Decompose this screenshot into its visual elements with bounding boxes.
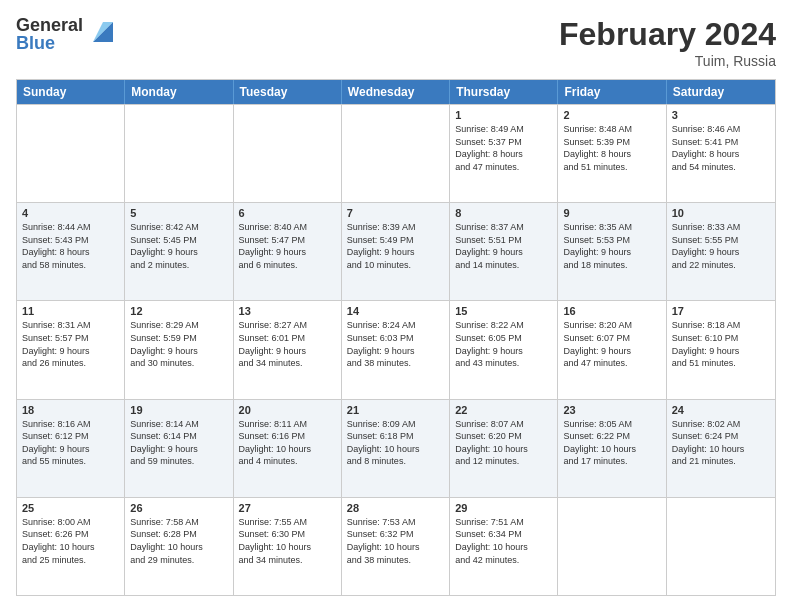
- day-cell: 17Sunrise: 8:18 AM Sunset: 6:10 PM Dayli…: [667, 301, 775, 398]
- day-info: Sunrise: 8:11 AM Sunset: 6:16 PM Dayligh…: [239, 418, 336, 468]
- day-cell: 11Sunrise: 8:31 AM Sunset: 5:57 PM Dayli…: [17, 301, 125, 398]
- day-info: Sunrise: 8:44 AM Sunset: 5:43 PM Dayligh…: [22, 221, 119, 271]
- empty-cell: [342, 105, 450, 202]
- day-number: 26: [130, 502, 227, 514]
- day-info: Sunrise: 8:18 AM Sunset: 6:10 PM Dayligh…: [672, 319, 770, 369]
- day-number: 21: [347, 404, 444, 416]
- day-number: 13: [239, 305, 336, 317]
- day-info: Sunrise: 8:05 AM Sunset: 6:22 PM Dayligh…: [563, 418, 660, 468]
- month-title: February 2024: [559, 16, 776, 53]
- day-info: Sunrise: 8:07 AM Sunset: 6:20 PM Dayligh…: [455, 418, 552, 468]
- day-cell: 6Sunrise: 8:40 AM Sunset: 5:47 PM Daylig…: [234, 203, 342, 300]
- day-info: Sunrise: 8:40 AM Sunset: 5:47 PM Dayligh…: [239, 221, 336, 271]
- calendar-row: 25Sunrise: 8:00 AM Sunset: 6:26 PM Dayli…: [17, 497, 775, 595]
- day-number: 10: [672, 207, 770, 219]
- day-info: Sunrise: 8:09 AM Sunset: 6:18 PM Dayligh…: [347, 418, 444, 468]
- day-info: Sunrise: 8:35 AM Sunset: 5:53 PM Dayligh…: [563, 221, 660, 271]
- logo-blue: Blue: [16, 34, 83, 52]
- day-cell: 14Sunrise: 8:24 AM Sunset: 6:03 PM Dayli…: [342, 301, 450, 398]
- day-number: 17: [672, 305, 770, 317]
- day-number: 5: [130, 207, 227, 219]
- empty-cell: [234, 105, 342, 202]
- day-cell: 19Sunrise: 8:14 AM Sunset: 6:14 PM Dayli…: [125, 400, 233, 497]
- day-cell: 4Sunrise: 8:44 AM Sunset: 5:43 PM Daylig…: [17, 203, 125, 300]
- day-cell: 8Sunrise: 8:37 AM Sunset: 5:51 PM Daylig…: [450, 203, 558, 300]
- day-info: Sunrise: 8:46 AM Sunset: 5:41 PM Dayligh…: [672, 123, 770, 173]
- day-cell: 18Sunrise: 8:16 AM Sunset: 6:12 PM Dayli…: [17, 400, 125, 497]
- empty-cell: [667, 498, 775, 595]
- day-info: Sunrise: 8:42 AM Sunset: 5:45 PM Dayligh…: [130, 221, 227, 271]
- day-number: 3: [672, 109, 770, 121]
- header-thursday: Thursday: [450, 80, 558, 104]
- day-number: 12: [130, 305, 227, 317]
- day-info: Sunrise: 8:24 AM Sunset: 6:03 PM Dayligh…: [347, 319, 444, 369]
- day-cell: 20Sunrise: 8:11 AM Sunset: 6:16 PM Dayli…: [234, 400, 342, 497]
- day-number: 29: [455, 502, 552, 514]
- empty-cell: [125, 105, 233, 202]
- day-cell: 15Sunrise: 8:22 AM Sunset: 6:05 PM Dayli…: [450, 301, 558, 398]
- day-cell: 28Sunrise: 7:53 AM Sunset: 6:32 PM Dayli…: [342, 498, 450, 595]
- day-info: Sunrise: 8:33 AM Sunset: 5:55 PM Dayligh…: [672, 221, 770, 271]
- day-cell: 29Sunrise: 7:51 AM Sunset: 6:34 PM Dayli…: [450, 498, 558, 595]
- page: General Blue February 2024 Tuim, Russia …: [0, 0, 792, 612]
- header-wednesday: Wednesday: [342, 80, 450, 104]
- header-tuesday: Tuesday: [234, 80, 342, 104]
- calendar-body: 1Sunrise: 8:49 AM Sunset: 5:37 PM Daylig…: [17, 104, 775, 595]
- day-cell: 7Sunrise: 8:39 AM Sunset: 5:49 PM Daylig…: [342, 203, 450, 300]
- day-cell: 16Sunrise: 8:20 AM Sunset: 6:07 PM Dayli…: [558, 301, 666, 398]
- title-area: February 2024 Tuim, Russia: [559, 16, 776, 69]
- day-cell: 24Sunrise: 8:02 AM Sunset: 6:24 PM Dayli…: [667, 400, 775, 497]
- day-cell: 27Sunrise: 7:55 AM Sunset: 6:30 PM Dayli…: [234, 498, 342, 595]
- day-number: 18: [22, 404, 119, 416]
- day-number: 14: [347, 305, 444, 317]
- empty-cell: [17, 105, 125, 202]
- day-info: Sunrise: 8:29 AM Sunset: 5:59 PM Dayligh…: [130, 319, 227, 369]
- day-number: 25: [22, 502, 119, 514]
- logo-text: General Blue: [16, 16, 83, 52]
- day-info: Sunrise: 8:48 AM Sunset: 5:39 PM Dayligh…: [563, 123, 660, 173]
- day-number: 20: [239, 404, 336, 416]
- day-info: Sunrise: 8:49 AM Sunset: 5:37 PM Dayligh…: [455, 123, 552, 173]
- day-info: Sunrise: 7:58 AM Sunset: 6:28 PM Dayligh…: [130, 516, 227, 566]
- day-info: Sunrise: 8:31 AM Sunset: 5:57 PM Dayligh…: [22, 319, 119, 369]
- day-info: Sunrise: 8:14 AM Sunset: 6:14 PM Dayligh…: [130, 418, 227, 468]
- day-number: 19: [130, 404, 227, 416]
- day-number: 28: [347, 502, 444, 514]
- location: Tuim, Russia: [559, 53, 776, 69]
- day-cell: 2Sunrise: 8:48 AM Sunset: 5:39 PM Daylig…: [558, 105, 666, 202]
- header-saturday: Saturday: [667, 80, 775, 104]
- header-monday: Monday: [125, 80, 233, 104]
- day-cell: 13Sunrise: 8:27 AM Sunset: 6:01 PM Dayli…: [234, 301, 342, 398]
- calendar-row: 18Sunrise: 8:16 AM Sunset: 6:12 PM Dayli…: [17, 399, 775, 497]
- day-cell: 10Sunrise: 8:33 AM Sunset: 5:55 PM Dayli…: [667, 203, 775, 300]
- day-number: 9: [563, 207, 660, 219]
- logo-general: General: [16, 16, 83, 34]
- header: General Blue February 2024 Tuim, Russia: [16, 16, 776, 69]
- day-number: 16: [563, 305, 660, 317]
- empty-cell: [558, 498, 666, 595]
- logo-icon: [87, 16, 119, 48]
- header-sunday: Sunday: [17, 80, 125, 104]
- calendar-row: 11Sunrise: 8:31 AM Sunset: 5:57 PM Dayli…: [17, 300, 775, 398]
- day-cell: 3Sunrise: 8:46 AM Sunset: 5:41 PM Daylig…: [667, 105, 775, 202]
- day-info: Sunrise: 7:55 AM Sunset: 6:30 PM Dayligh…: [239, 516, 336, 566]
- day-number: 23: [563, 404, 660, 416]
- day-info: Sunrise: 8:00 AM Sunset: 6:26 PM Dayligh…: [22, 516, 119, 566]
- day-info: Sunrise: 8:27 AM Sunset: 6:01 PM Dayligh…: [239, 319, 336, 369]
- day-info: Sunrise: 7:53 AM Sunset: 6:32 PM Dayligh…: [347, 516, 444, 566]
- calendar: Sunday Monday Tuesday Wednesday Thursday…: [16, 79, 776, 596]
- logo: General Blue: [16, 16, 119, 52]
- day-cell: 12Sunrise: 8:29 AM Sunset: 5:59 PM Dayli…: [125, 301, 233, 398]
- day-cell: 26Sunrise: 7:58 AM Sunset: 6:28 PM Dayli…: [125, 498, 233, 595]
- calendar-header: Sunday Monday Tuesday Wednesday Thursday…: [17, 80, 775, 104]
- day-info: Sunrise: 8:20 AM Sunset: 6:07 PM Dayligh…: [563, 319, 660, 369]
- day-cell: 5Sunrise: 8:42 AM Sunset: 5:45 PM Daylig…: [125, 203, 233, 300]
- day-info: Sunrise: 8:22 AM Sunset: 6:05 PM Dayligh…: [455, 319, 552, 369]
- day-cell: 9Sunrise: 8:35 AM Sunset: 5:53 PM Daylig…: [558, 203, 666, 300]
- day-number: 1: [455, 109, 552, 121]
- day-cell: 23Sunrise: 8:05 AM Sunset: 6:22 PM Dayli…: [558, 400, 666, 497]
- day-number: 27: [239, 502, 336, 514]
- day-number: 15: [455, 305, 552, 317]
- day-info: Sunrise: 8:02 AM Sunset: 6:24 PM Dayligh…: [672, 418, 770, 468]
- day-info: Sunrise: 8:37 AM Sunset: 5:51 PM Dayligh…: [455, 221, 552, 271]
